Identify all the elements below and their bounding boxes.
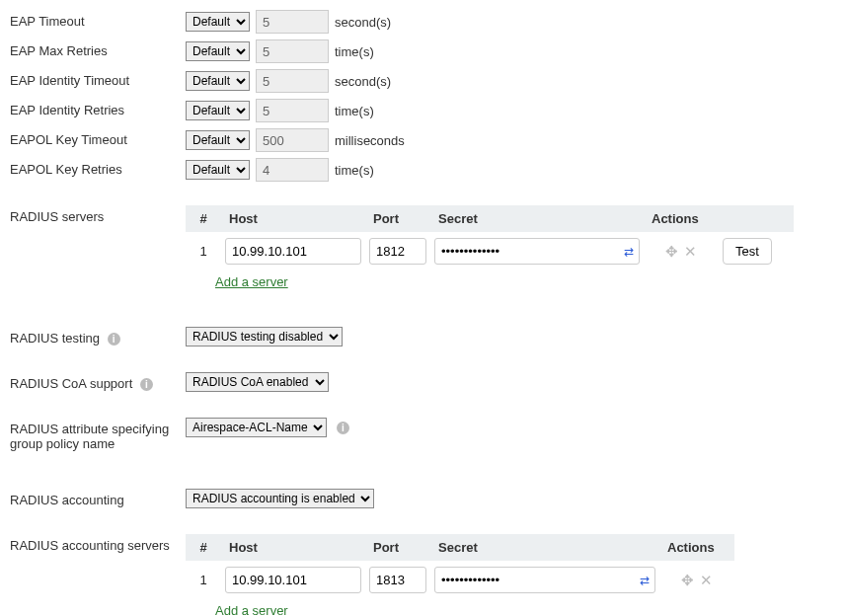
- port-input[interactable]: [369, 238, 426, 265]
- radius-coa-label: RADIUS CoA support i: [10, 372, 186, 391]
- eap-id-retries-unit: time(s): [335, 104, 374, 118]
- radius-attr-label: RADIUS attribute specifying group policy…: [10, 418, 186, 451]
- reveal-secret-icon[interactable]: ⇄: [640, 574, 650, 587]
- col-port: Port: [365, 205, 430, 232]
- eap-id-retries-value: 5: [256, 99, 329, 122]
- host-input[interactable]: [225, 238, 361, 265]
- eapol-key-retries-mode[interactable]: Default: [186, 160, 250, 180]
- radius-coa-select[interactable]: RADIUS CoA enabled: [186, 372, 329, 392]
- eap-max-retries-unit: time(s): [335, 44, 374, 59]
- col-secret: Secret: [430, 534, 659, 561]
- eap-timeout-unit: second(s): [335, 15, 391, 30]
- col-host: Host: [221, 534, 365, 561]
- col-secret: Secret: [430, 205, 644, 232]
- move-icon[interactable]: ✥: [681, 572, 694, 589]
- radius-servers-table: # Host Port Secret Actions 1 ⇄: [186, 205, 794, 270]
- table-row: 1 ⇄ ✥ ✕: [186, 561, 734, 599]
- reveal-secret-icon[interactable]: ⇄: [624, 245, 634, 259]
- info-icon[interactable]: i: [108, 333, 120, 346]
- radius-accounting-servers-table: # Host Port Secret Actions 1 ⇄: [186, 534, 734, 599]
- col-port: Port: [365, 534, 430, 561]
- col-test: [719, 205, 794, 232]
- info-icon[interactable]: i: [140, 378, 153, 391]
- eap-timeout-mode[interactable]: Default: [186, 12, 250, 32]
- radius-accounting-label: RADIUS accounting: [10, 489, 186, 507]
- col-num: #: [186, 534, 221, 561]
- eapol-key-timeout-mode[interactable]: Default: [186, 130, 250, 150]
- eap-max-retries-value: 5: [256, 39, 329, 63]
- eap-id-timeout-value: 5: [256, 69, 329, 93]
- host-input[interactable]: [225, 567, 361, 593]
- test-button[interactable]: Test: [723, 238, 772, 265]
- col-actions: Actions: [659, 534, 734, 561]
- table-row: 1 ⇄ ✥ ✕ Test: [186, 232, 794, 270]
- radius-accounting-select[interactable]: RADIUS accounting is enabled: [186, 489, 374, 508]
- radius-accounting-servers-label: RADIUS accounting servers: [10, 534, 186, 553]
- radius-testing-label: RADIUS testing i: [10, 327, 186, 346]
- eap-timeout-value: 5: [256, 10, 329, 34]
- add-server-link[interactable]: Add a server: [215, 603, 288, 616]
- eap-id-timeout-mode[interactable]: Default: [186, 71, 250, 91]
- row-num: 1: [186, 561, 221, 599]
- eap-max-retries-label: EAP Max Retries: [10, 39, 186, 58]
- eapol-key-retries-label: EAPOL Key Retries: [10, 158, 186, 177]
- eap-id-timeout-label: EAP Identity Timeout: [10, 69, 186, 88]
- eap-id-retries-label: EAP Identity Retries: [10, 99, 186, 117]
- col-host: Host: [221, 205, 365, 232]
- col-num: #: [186, 205, 221, 232]
- eapol-key-retries-value: 4: [256, 158, 329, 182]
- delete-icon[interactable]: ✕: [684, 243, 697, 261]
- eap-timeout-label: EAP Timeout: [10, 10, 186, 29]
- col-actions: Actions: [644, 205, 719, 232]
- row-num: 1: [186, 232, 221, 270]
- radius-servers-label: RADIUS servers: [10, 205, 186, 224]
- eap-id-retries-mode[interactable]: Default: [186, 101, 250, 120]
- secret-input[interactable]: [434, 238, 640, 265]
- radius-testing-select[interactable]: RADIUS testing disabled: [186, 327, 343, 346]
- move-icon[interactable]: ✥: [665, 243, 678, 261]
- add-server-link[interactable]: Add a server: [215, 274, 288, 289]
- secret-input[interactable]: [434, 567, 655, 593]
- radius-attr-select[interactable]: Airespace-ACL-Name: [186, 418, 327, 437]
- info-icon[interactable]: i: [337, 422, 349, 434]
- eapol-key-retries-unit: time(s): [335, 163, 374, 178]
- eapol-key-timeout-label: EAPOL Key Timeout: [10, 128, 186, 147]
- eap-max-retries-mode[interactable]: Default: [186, 41, 250, 61]
- delete-icon[interactable]: ✕: [700, 572, 713, 589]
- eapol-key-timeout-value: 500: [256, 128, 329, 152]
- port-input[interactable]: [369, 567, 426, 593]
- eap-id-timeout-unit: second(s): [335, 74, 391, 89]
- eapol-key-timeout-unit: milliseconds: [335, 133, 405, 148]
